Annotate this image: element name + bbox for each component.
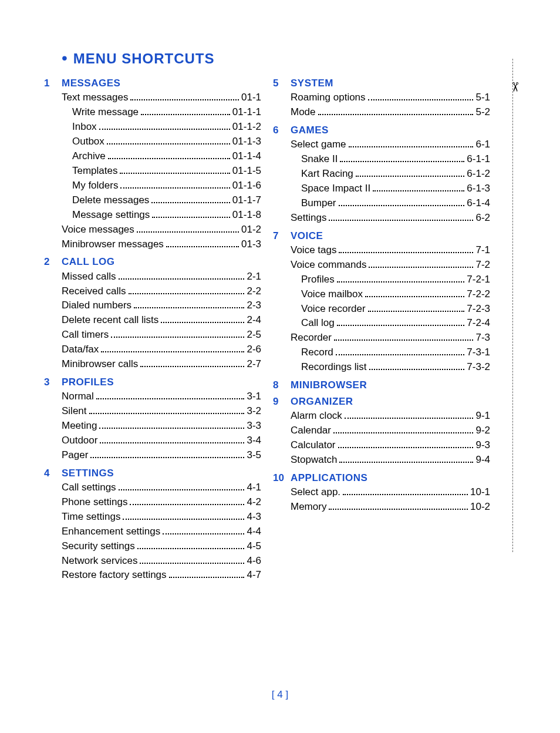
section-number: 7 xyxy=(273,230,291,242)
toc-row: Call log7-2-4 xyxy=(291,316,490,331)
dot-leader xyxy=(343,485,468,495)
toc-label: Normal xyxy=(62,389,94,404)
toc-code: 2-7 xyxy=(247,357,261,372)
toc-label: Settings xyxy=(291,211,326,226)
toc-row: Select app.10-1 xyxy=(291,485,490,500)
toc-row: Snake II6-1-1 xyxy=(291,152,490,167)
toc-label: Outdoor xyxy=(62,433,97,448)
toc-row: Enhancement settings4-4 xyxy=(62,524,261,539)
toc-label: Calculator xyxy=(291,438,336,453)
toc-code: 4-5 xyxy=(247,539,261,554)
toc-row: Inbox01-1-2 xyxy=(62,120,261,135)
dot-leader xyxy=(96,389,245,399)
toc-row: Alarm clock9-1 xyxy=(291,409,490,423)
dot-leader xyxy=(339,453,473,463)
toc-label: Bumper xyxy=(301,196,336,211)
toc-code: 4-2 xyxy=(247,495,261,510)
toc-label: Inbox xyxy=(72,120,97,135)
toc-code: 2-1 xyxy=(247,270,261,284)
toc-row: Phone settings4-2 xyxy=(62,495,261,510)
dot-leader xyxy=(108,149,230,159)
toc-code: 2-6 xyxy=(247,342,261,357)
section: 2CALL LOGMissed calls2-1Received calls2-… xyxy=(62,256,261,372)
dot-leader xyxy=(123,509,244,519)
toc-label: Space Impact II xyxy=(301,181,370,196)
toc-code: 7-2-1 xyxy=(467,273,490,287)
toc-label: Received calls xyxy=(62,284,126,299)
toc-code: 3-2 xyxy=(247,404,261,419)
dot-leader xyxy=(151,193,230,203)
toc-label: Archive xyxy=(72,149,106,164)
toc-row: Templates01-1-5 xyxy=(62,164,261,179)
toc-label: Snake II xyxy=(301,152,338,167)
toc-row: Minibrowser messages01-3 xyxy=(62,237,261,251)
toc-row: Network services4-6 xyxy=(62,553,261,568)
dot-leader xyxy=(368,90,474,100)
toc-label: Missed calls xyxy=(62,270,116,284)
dot-leader xyxy=(100,433,244,443)
section-title: ORGANIZER xyxy=(291,396,353,408)
dot-leader xyxy=(152,208,230,218)
columns: 1MESSAGESText messages01-1Write message0… xyxy=(62,74,525,587)
toc-label: Minibrowser calls xyxy=(62,357,138,372)
toc-code: 01-1-8 xyxy=(232,208,261,223)
toc-row: Stopwatch9-4 xyxy=(291,453,490,468)
toc-label: Voice commands xyxy=(291,258,366,273)
toc-row: Time settings4-3 xyxy=(62,509,261,524)
toc-label: Security settings xyxy=(62,539,135,554)
toc-code: 3-1 xyxy=(247,389,261,404)
toc-row: Silent3-2 xyxy=(62,404,261,419)
toc-label: Data/fax xyxy=(62,342,99,357)
dot-leader xyxy=(99,120,230,130)
dot-leader xyxy=(134,298,244,308)
section-header: 2CALL LOG xyxy=(62,256,261,268)
toc-code: 01-1-6 xyxy=(232,179,261,193)
section-header: 1MESSAGES xyxy=(62,78,261,89)
section-number: 10 xyxy=(273,472,291,484)
toc-row: Bumper6-1-4 xyxy=(291,196,490,211)
dot-leader xyxy=(107,135,230,144)
toc-row: Calendar9-2 xyxy=(291,423,490,438)
toc-row: Call settings4-1 xyxy=(62,480,261,495)
section-number: 8 xyxy=(273,379,291,391)
dot-leader xyxy=(141,105,230,115)
toc-label: Recorder xyxy=(291,331,332,345)
toc-row: Pager3-5 xyxy=(62,448,261,463)
section-title: CALL LOG xyxy=(62,256,115,268)
toc-code: 10-1 xyxy=(470,485,490,500)
toc-code: 01-1-5 xyxy=(232,164,261,179)
toc-code: 01-3 xyxy=(241,237,261,252)
toc-code: 01-1-4 xyxy=(232,149,261,164)
dot-leader xyxy=(333,423,473,433)
toc-label: Dialed numbers xyxy=(62,298,131,313)
toc-label: Delete recent call lists xyxy=(62,313,158,328)
title-row: • MENU SHORTCUTS xyxy=(62,50,525,67)
dot-leader xyxy=(89,404,245,414)
toc-label: Restore factory settings xyxy=(62,568,167,583)
section: 9ORGANIZERAlarm clock9-1Calendar9-2Calcu… xyxy=(291,396,490,468)
toc-code: 3-4 xyxy=(247,433,261,448)
dot-leader xyxy=(166,237,239,247)
section-header: 3PROFILES xyxy=(62,376,261,388)
toc-row: Security settings4-5 xyxy=(62,539,261,553)
toc-code: 6-1-2 xyxy=(467,167,490,181)
section: 8MINIBROWSER xyxy=(291,379,490,391)
toc-code: 7-1 xyxy=(475,243,490,258)
toc-row: Voice recorder7-2-3 xyxy=(291,301,490,316)
toc-row: Dialed numbers2-3 xyxy=(62,298,261,313)
section-number: 4 xyxy=(44,468,62,479)
toc-code: 7-3 xyxy=(475,331,490,345)
toc-label: Text messages xyxy=(62,90,128,105)
toc-code: 7-2-4 xyxy=(467,316,490,331)
dot-leader xyxy=(161,313,244,323)
section-title: MINIBROWSER xyxy=(291,379,367,391)
dot-leader xyxy=(365,287,464,297)
toc-label: Enhancement settings xyxy=(62,524,160,539)
section-number: 2 xyxy=(44,256,62,268)
toc-code: 6-1 xyxy=(475,137,490,152)
toc-row: Voice tags7-1 xyxy=(291,243,490,258)
toc-label: Delete messages xyxy=(72,193,149,208)
toc-row: Memory10-2 xyxy=(291,500,490,515)
dot-leader xyxy=(130,90,239,100)
scissors-icon: ✂ xyxy=(507,82,522,92)
